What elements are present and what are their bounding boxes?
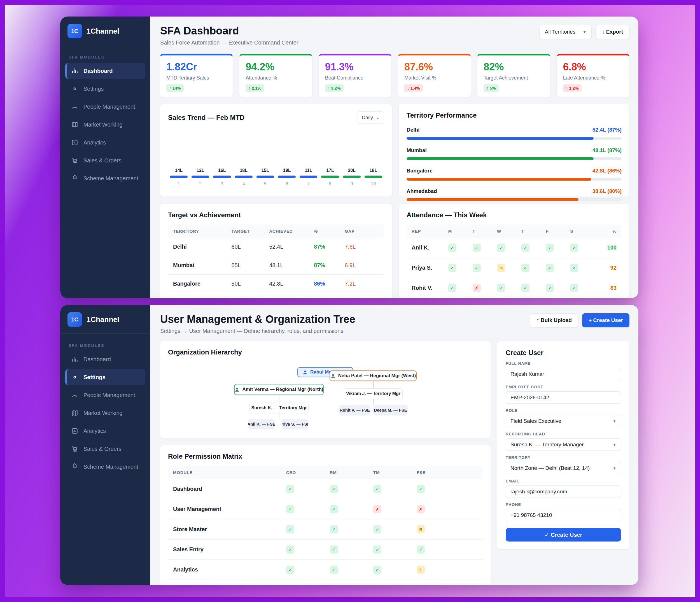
attendance-chip: ½: [497, 264, 505, 272]
bar: [343, 176, 360, 178]
org-node-rohit[interactable]: Rohit V. — FSE: [340, 405, 370, 415]
org-node-vikram[interactable]: Vikram J. — Territory Mgr: [344, 388, 403, 399]
trend-range-select[interactable]: Daily ⌄: [357, 111, 384, 124]
cell-territory: Delhi: [173, 244, 231, 250]
sidebar-item-sales-orders[interactable]: Sales & Orders: [65, 152, 145, 169]
col-header: RM: [330, 470, 373, 475]
attendance-title: Attendance — This Week: [406, 211, 622, 219]
cell-territory: Mumbai: [173, 262, 231, 269]
sidebar-item-analytics[interactable]: Analytics: [65, 423, 145, 439]
col-header: TERRITORY: [173, 229, 231, 233]
full-name-field[interactable]: [506, 368, 621, 380]
org-node-suresh[interactable]: Suresh K. — Territory Mgr: [249, 403, 308, 413]
table-header: TERRITORY TARGET ACHIEVED % GAP: [168, 225, 384, 238]
cell-module: Analytics: [173, 567, 286, 573]
bulk-upload-button[interactable]: ↑ Bulk Upload: [530, 313, 578, 327]
sidebar-item-settings[interactable]: Settings: [65, 81, 145, 97]
role-select[interactable]: Field Sales Executive ▼: [506, 415, 621, 427]
sidebar-item-label: Scheme Management: [83, 175, 138, 182]
reporting-head-select[interactable]: Suresh K. — Territory Manager ▼: [506, 438, 621, 451]
sidebar-item-label: Market Working: [83, 122, 123, 128]
col-header: M: [448, 229, 473, 233]
territory-filter-select[interactable]: All Territories ▼: [540, 25, 592, 39]
org-connector: [279, 395, 279, 403]
cell-gap: 7.6L: [345, 244, 379, 250]
sidebar-item-market-working[interactable]: Market Working: [65, 117, 145, 133]
org-node-label: Anil K. — FSE: [248, 422, 275, 426]
territory-filter-value: All Territories: [545, 29, 575, 35]
employee-code-field[interactable]: [506, 392, 621, 404]
col-header: %: [314, 229, 345, 233]
territory-name: Delhi: [406, 127, 420, 133]
cell-pct: 92: [595, 265, 617, 271]
export-button[interactable]: ↓ Export: [596, 25, 629, 39]
org-node-label: Amit Verma — Regional Mgr (North): [242, 387, 323, 392]
territory-performance-title: Territory Performance: [406, 111, 622, 119]
sidebar-item-label: Analytics: [83, 140, 106, 146]
role-select-value: Field Sales Executive: [510, 418, 561, 424]
sidebar-item-people-management[interactable]: People Management: [65, 99, 145, 115]
reporting-head-label: REPORTING HEAD: [506, 432, 621, 436]
person-icon: [71, 103, 78, 110]
sidebar-item-dashboard[interactable]: Dashboard: [65, 351, 145, 367]
cell-rep: Priya S.: [411, 265, 448, 271]
org-node-neha-patel[interactable]: Neha Patel — Regional Mgr (West): [329, 371, 417, 381]
bar-value: 18L: [362, 168, 384, 173]
bar-value: 14L: [168, 168, 190, 173]
org-chart: Rahul Mehr Neha Patel — Regional Mgr (We…: [168, 359, 483, 432]
nav-section-label: SFA MODULES: [69, 55, 150, 59]
sidebar-item-label: Dashboard: [83, 68, 112, 74]
kpi-label: Attendance %: [246, 75, 306, 81]
cell-territory: Bangalore: [173, 280, 231, 287]
attendance-chip: ✓: [448, 264, 456, 272]
email-field[interactable]: [506, 485, 621, 498]
sidebar-item-label: Market Working: [83, 410, 123, 416]
sidebar-item-people-management[interactable]: People Management: [65, 387, 145, 403]
map-icon: [71, 121, 78, 128]
bar: [213, 176, 231, 178]
org-node-deepa[interactable]: Deepa M. — FSE: [373, 405, 408, 415]
col-header: TARGET: [231, 229, 269, 233]
bar: [192, 176, 209, 178]
progress-fill: [406, 178, 591, 181]
table-row: Leave Approval ✓ ✓ ✓ ✗: [168, 580, 483, 585]
table-row: Sales Entry ✓ ✓ ✓ ✓: [168, 540, 483, 560]
full-name-label: FULL NAME: [506, 361, 621, 366]
org-connector: [373, 399, 374, 405]
create-user-button[interactable]: + Create User: [582, 313, 629, 327]
territory-select[interactable]: North Zone — Delhi (Beat 12, 14) ▼: [506, 462, 621, 474]
table-header: MODULE CEO RM TM FSE: [168, 466, 483, 479]
trend-range-value: Daily: [362, 115, 373, 121]
kpi-label: Market Visit %: [404, 75, 465, 81]
bar-day: 7: [298, 181, 319, 186]
sidebar-item-market-working[interactable]: Market Working: [65, 405, 145, 421]
table-row: Delhi 60L 52.4L 87% 7.6L: [168, 238, 384, 256]
org-connector: [325, 377, 325, 384]
sfa-dashboard-window: 1C 1Channel SFA MODULES Dashboard Settin…: [60, 17, 639, 298]
sidebar-item-settings[interactable]: Settings: [65, 369, 145, 385]
create-user-submit-button[interactable]: ✓ Create User: [506, 528, 621, 542]
org-node-label: Neha Patel — Regional Mgr (West): [338, 373, 416, 379]
sidebar-item-analytics[interactable]: Analytics: [65, 134, 145, 151]
sidebar-item-dashboard[interactable]: Dashboard: [65, 63, 145, 79]
sidebar-item-sales-orders[interactable]: Sales & Orders: [65, 441, 145, 457]
org-connector: [279, 413, 279, 419]
bar-day: 8: [319, 181, 341, 186]
permission-chip: ✓: [286, 525, 294, 533]
phone-field[interactable]: [506, 509, 621, 521]
bar-day: 2: [190, 181, 211, 186]
attendance-chip: ✗: [473, 284, 481, 292]
org-node-amit-verma[interactable]: Amit Verma — Regional Mgr (North): [234, 384, 324, 395]
sidebar-item-scheme-management[interactable]: Scheme Management: [65, 459, 145, 475]
org-node-anil[interactable]: Anil K. — FSE: [248, 419, 275, 429]
brand: 1C 1Channel: [60, 17, 150, 45]
cell-pct: 87%: [314, 262, 345, 269]
org-node-priya[interactable]: Priya S. — FSE: [282, 419, 308, 429]
kpi-card-market-visit: 87.6% Market Visit % ↓ 1.4%: [398, 54, 471, 97]
permission-chip: ✓: [417, 485, 425, 493]
trend-bar-col: 16L3: [211, 168, 233, 186]
org-node-label: Suresh K. — Territory Mgr: [251, 405, 307, 410]
territory-value: 48.1L (87%): [593, 147, 622, 153]
sidebar-item-label: Settings: [83, 374, 105, 380]
sidebar-item-scheme-management[interactable]: Scheme Management: [65, 170, 145, 186]
